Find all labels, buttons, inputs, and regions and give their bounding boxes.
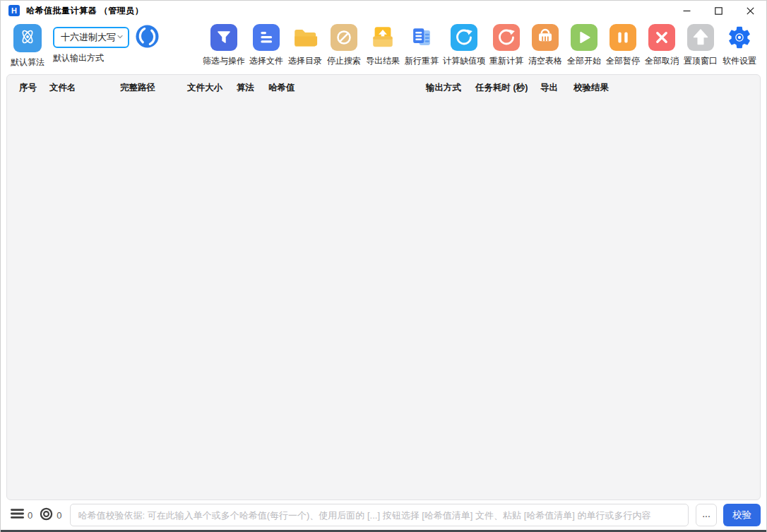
verify-button[interactable]: 校验 — [723, 504, 761, 526]
column-header[interactable]: 输出方式 — [426, 82, 461, 94]
toolbar-button-label: 筛选与操作 — [202, 55, 246, 67]
toolbar-button-recalculate-all[interactable]: 重新计算 — [488, 24, 525, 67]
broom-icon — [532, 24, 559, 51]
toolbar-button-cancel-all[interactable]: 全部取消 — [643, 24, 680, 67]
toolbar-button-clear-table[interactable]: 清空表格 — [527, 24, 564, 67]
column-header[interactable]: 序号 — [19, 82, 37, 94]
play-icon — [571, 24, 597, 51]
window-controls — [671, 1, 766, 20]
default-output-label: 默认输出方式 — [53, 52, 129, 64]
table-header: 序号文件名完整路径文件大小算法哈希值输出方式任务耗时 (秒)导出校验结果 — [7, 75, 760, 99]
toolbar: 默认算法 十六进制大写 默认输出方式 — [1, 20, 766, 73]
toolbar-button-pin-window[interactable]: 置顶窗口 — [682, 24, 719, 67]
toolbar-button-label: 选择目录 — [287, 55, 323, 67]
output-format-select[interactable]: 十六进制大写 — [53, 27, 129, 48]
toolbar-button-label: 重新计算 — [488, 55, 525, 67]
export-box-icon — [369, 24, 396, 51]
funnel-icon — [210, 24, 237, 51]
toolbar-button-pause-all[interactable]: 全部暂停 — [605, 24, 641, 67]
chevron-down-icon — [116, 31, 124, 44]
statusbar: 0 0 ... 校验 — [1, 500, 766, 530]
app-icon: H — [8, 5, 20, 16]
sync-circle-icon — [135, 24, 160, 52]
column-header[interactable]: 导出 — [540, 82, 558, 94]
column-header[interactable]: 文件名 — [49, 82, 76, 94]
refresh-icon — [451, 24, 477, 51]
toolbar-button-filter-actions[interactable]: 筛选与操作 — [202, 24, 246, 67]
pin-top-icon — [687, 24, 714, 51]
target-circles-icon — [40, 507, 53, 524]
minimize-icon — [683, 7, 691, 15]
x-icon — [648, 24, 675, 51]
hash-lines-count: 0 — [28, 510, 32, 521]
toolbar-button-export-results[interactable]: 导出结果 — [364, 24, 401, 67]
app-window: H 哈希值批量计算器 （管理员） — [0, 0, 767, 532]
maximize-button[interactable] — [703, 1, 735, 20]
toolbar-button-label: 清空表格 — [527, 55, 564, 67]
toolbar-button-label: 选择文件 — [248, 55, 285, 67]
toolbar-button-label: 全部取消 — [643, 55, 680, 67]
maximize-icon — [715, 7, 723, 15]
column-header[interactable]: 完整路径 — [120, 82, 155, 94]
toolbar-button-label: 全部开始 — [566, 55, 602, 67]
hamburger-lines-icon — [11, 508, 24, 522]
gear-icon — [726, 24, 753, 51]
toolbar-button-calc-missing[interactable]: 计算缺值项 — [442, 24, 486, 67]
match-counter: 0 — [40, 507, 64, 524]
hash-verify-input[interactable] — [70, 504, 689, 526]
toolbar-button-recalc-new-rows[interactable]: 新行重算 — [403, 24, 440, 67]
hash-lines-counter: 0 — [11, 508, 35, 522]
toolbar-button-label: 停止搜索 — [326, 55, 362, 67]
folder-icon — [292, 24, 319, 51]
browse-hash-list-button[interactable]: ... — [696, 504, 717, 526]
toolbar-button-settings[interactable]: 软件设置 — [721, 24, 758, 67]
toolbar-button-label: 软件设置 — [721, 55, 758, 67]
refresh-icon — [493, 24, 520, 51]
table-body — [7, 99, 760, 500]
column-header[interactable]: 校验结果 — [573, 82, 609, 94]
toolbar-button-label: 导出结果 — [364, 55, 401, 67]
results-table: 序号文件名完整路径文件大小算法哈希值输出方式任务耗时 (秒)导出校验结果 — [6, 74, 761, 500]
atom-icon — [16, 25, 39, 51]
default-output-group: 十六进制大写 默认输出方式 — [53, 24, 129, 64]
toolbar-button-select-files[interactable]: 选择文件 — [248, 24, 285, 67]
file-list-icon — [253, 24, 280, 51]
minimize-button[interactable] — [671, 1, 703, 20]
sync-output-button[interactable] — [135, 25, 160, 50]
documents-icon — [408, 24, 435, 51]
toolbar-left-group: 默认算法 十六进制大写 默认输出方式 — [11, 24, 160, 69]
pause-icon — [610, 24, 636, 51]
column-header[interactable]: 文件大小 — [187, 82, 222, 94]
window-title: 哈希值批量计算器 （管理员） — [26, 5, 143, 17]
toolbar-button-label: 全部暂停 — [605, 55, 641, 67]
match-count: 0 — [57, 510, 61, 521]
default-algorithm-button[interactable]: 默认算法 — [11, 24, 44, 69]
toolbar-button-label: 新行重算 — [403, 55, 440, 67]
default-algorithm-label: 默认算法 — [11, 57, 44, 69]
column-header[interactable]: 哈希值 — [268, 82, 295, 94]
output-format-value: 十六进制大写 — [61, 31, 116, 44]
column-header[interactable]: 任务耗时 (秒) — [475, 82, 528, 94]
close-button[interactable] — [735, 1, 766, 20]
column-header[interactable]: 算法 — [237, 82, 254, 94]
toolbar-button-start-all[interactable]: 全部开始 — [566, 24, 602, 67]
toolbar-button-label: 计算缺值项 — [442, 55, 486, 67]
toolbar-button-stop-search[interactable]: 停止搜索 — [326, 24, 362, 67]
close-icon — [747, 7, 754, 15]
toolbar-right-group: 筛选与操作选择文件选择目录停止搜索导出结果新行重算计算缺值项重新计算清空表格全部… — [202, 24, 758, 67]
titlebar: H 哈希值批量计算器 （管理员） — [1, 1, 766, 20]
ban-icon — [331, 24, 357, 51]
toolbar-button-select-folder[interactable]: 选择目录 — [287, 24, 323, 67]
toolbar-button-label: 置顶窗口 — [682, 55, 719, 67]
